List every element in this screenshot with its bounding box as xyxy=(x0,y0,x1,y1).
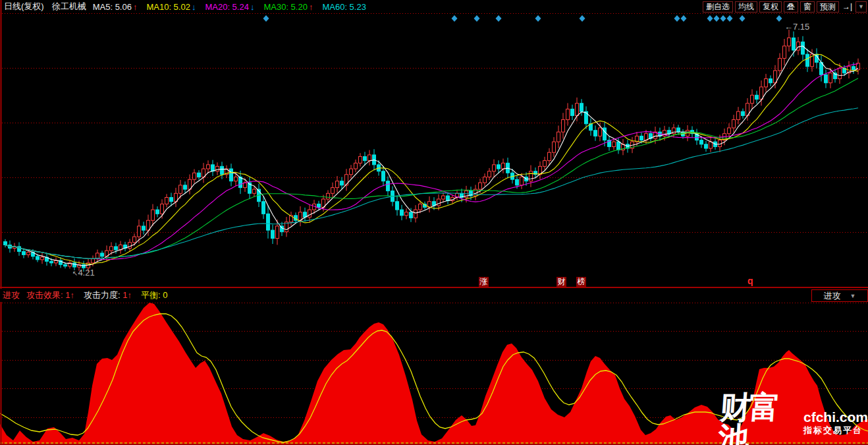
period-label[interactable]: 日线(复权) xyxy=(4,1,44,13)
signal-diamond-icon xyxy=(740,15,746,22)
toolbar-button-均线[interactable]: 均线 xyxy=(735,1,757,13)
q-event-marker[interactable]: q xyxy=(747,276,753,286)
ma-value: MA20: 5.24↓ xyxy=(205,2,254,12)
indicator-selector[interactable]: 进攻 ▼ xyxy=(811,289,868,302)
signal-diamond-icon xyxy=(776,15,782,22)
signal-diamond-icon xyxy=(714,15,720,22)
indicator-header: 进攻 攻击效果: 1↑攻击力度: 1↑平衡: 0 xyxy=(0,289,868,302)
toolbar-button-复权[interactable]: 复权 xyxy=(759,1,782,13)
event-marker-榜[interactable]: 榜 xyxy=(576,277,586,287)
toolbar-button-删自选[interactable]: 删自选 xyxy=(703,1,733,13)
signal-diamond-icon xyxy=(720,15,726,22)
title-bar: 日线(复权) 徐工机械 MA5: 5.06↑MA10: 5.02↓MA20: 5… xyxy=(0,0,868,13)
event-marker-财[interactable]: 财 xyxy=(556,277,566,287)
toolbar-buttons: 删自选均线复权叠窗预测 xyxy=(703,1,839,13)
signal-diamond-icon xyxy=(474,15,480,22)
high-price-annotation: ←7.15 xyxy=(784,22,809,32)
signal-diamond-icon xyxy=(681,15,687,22)
toolbar-button-叠[interactable]: 叠 xyxy=(784,1,798,13)
low-price-annotation: ↖4.21 xyxy=(72,268,95,278)
signal-diamond-icon xyxy=(535,15,541,22)
scroll-to-end-icon[interactable]: →| xyxy=(842,2,852,11)
watermark: 财富池 cfchi.com 指标交易平台 xyxy=(719,392,868,445)
trading-app-window: 日线(复权) 徐工机械 MA5: 5.06↑MA10: 5.02↓MA20: 5… xyxy=(0,0,868,445)
event-marker-涨[interactable]: 涨 xyxy=(479,277,489,287)
signal-diamond-icon xyxy=(452,15,458,22)
ma-value: MA5: 5.06↑ xyxy=(93,2,138,12)
toolbar-dropdown-icon[interactable]: ▼ xyxy=(855,1,867,13)
signal-diamond-icon xyxy=(496,15,502,22)
ma-values: MA5: 5.06↑MA10: 5.02↓MA20: 5.24↓MA30: 5.… xyxy=(93,2,375,12)
trend-arrow-icon: ↑ xyxy=(70,290,74,300)
toolbar-button-预测[interactable]: 预测 xyxy=(817,1,839,13)
indicator-field: 平衡: 0 xyxy=(141,289,167,301)
ma-value: MA60: 5.23 xyxy=(322,2,366,12)
watermark-tagline: 指标交易平台 xyxy=(803,426,868,436)
ma-value: MA10: 5.02↓ xyxy=(146,2,196,12)
signal-diamond-icon xyxy=(263,15,269,22)
stock-name[interactable]: 徐工机械 xyxy=(52,1,86,13)
signal-diamond-icon xyxy=(727,15,733,22)
low-price-value: 4.21 xyxy=(78,268,94,278)
trend-arrow-icon: ↓ xyxy=(192,2,196,12)
signal-diamond-icon xyxy=(674,15,680,22)
indicator-name: 进攻 xyxy=(3,289,20,301)
trend-arrow-icon: ↑ xyxy=(133,2,138,12)
ma-value: MA30: 5.20↑ xyxy=(263,2,313,12)
indicator-fields: 攻击效果: 1↑攻击力度: 1↑平衡: 0 xyxy=(26,289,176,301)
indicator-field: 攻击力度: 1↑ xyxy=(84,289,132,301)
trend-arrow-icon: ↑ xyxy=(127,290,132,300)
chart-canvas[interactable] xyxy=(0,0,868,445)
watermark-domain: cfchi.com xyxy=(803,409,868,425)
signal-diamond-icon xyxy=(580,15,585,22)
left-arrow-icon: ← xyxy=(784,22,793,32)
indicator-field: 攻击效果: 1↑ xyxy=(26,289,74,301)
toolbar-button-窗[interactable]: 窗 xyxy=(800,1,815,13)
trend-arrow-icon: ↑ xyxy=(309,2,313,12)
high-price-value: 7.15 xyxy=(793,22,809,32)
chevron-down-icon: ▼ xyxy=(850,293,856,299)
indicator-selector-label: 进攻 xyxy=(824,290,841,302)
signal-diamond-icon xyxy=(707,15,713,22)
trend-arrow-icon: ↓ xyxy=(250,2,255,12)
watermark-brand: 财富池 xyxy=(717,392,801,445)
toolbar: 删自选均线复权叠窗预测 →| ▼ xyxy=(703,1,867,13)
